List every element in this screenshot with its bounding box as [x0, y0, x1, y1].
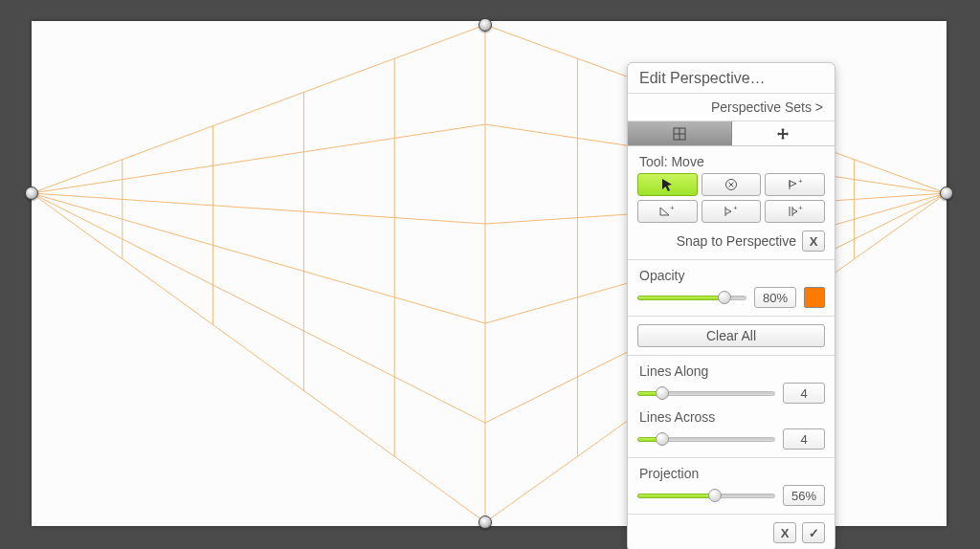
edit-perspective-panel: Edit Perspective… Perspective Sets > Too…: [627, 62, 835, 549]
opacity-label: Opacity: [639, 268, 825, 283]
lines-along-label: Lines Along: [639, 363, 825, 379]
svg-line-7: [32, 193, 485, 323]
svg-line-5: [32, 124, 485, 193]
vp-handle-right[interactable]: [940, 187, 953, 200]
tool-move[interactable]: [637, 173, 698, 196]
flag-h-plus-icon: +: [723, 205, 740, 218]
projection-slider[interactable]: [637, 490, 775, 501]
tool-add-vertical[interactable]: +: [765, 200, 825, 223]
vp-handle-left[interactable]: [25, 187, 38, 200]
opacity-slider[interactable]: [637, 292, 746, 303]
svg-text:+: +: [798, 178, 803, 186]
cursor-icon: [660, 178, 674, 191]
svg-line-3: [32, 25, 485, 193]
panel-title: Edit Perspective…: [628, 63, 835, 94]
snap-label: Snap to Perspective: [677, 233, 796, 249]
flag-plus-icon: +: [787, 178, 804, 191]
clear-all-button[interactable]: Clear All: [637, 324, 825, 347]
vp-handle-top[interactable]: [479, 18, 492, 32]
tool-add-right-plane[interactable]: +: [765, 173, 825, 196]
svg-text:+: +: [733, 205, 738, 212]
lines-along-slider[interactable]: [637, 387, 775, 399]
circle-x-icon: [724, 178, 738, 191]
lines-across-value[interactable]: 4: [783, 428, 825, 450]
tool-add-angle[interactable]: +: [637, 200, 698, 223]
angle-plus-icon: +: [658, 205, 676, 218]
confirm-button[interactable]: ✓: [802, 522, 825, 543]
vp-handle-bottom[interactable]: [479, 516, 492, 529]
snap-toggle[interactable]: X: [802, 231, 825, 252]
tool-delete[interactable]: [702, 173, 762, 196]
projection-value[interactable]: 56%: [783, 485, 825, 506]
svg-line-6: [32, 193, 485, 224]
cancel-button[interactable]: X: [773, 522, 796, 543]
tab-grid[interactable]: [628, 121, 732, 145]
grid-color-swatch[interactable]: [804, 287, 825, 308]
lines-across-slider[interactable]: [637, 433, 775, 445]
opacity-value[interactable]: 80%: [754, 287, 796, 308]
tab-move[interactable]: [732, 121, 835, 145]
flag-v-plus-icon: +: [787, 205, 804, 218]
svg-line-8: [32, 193, 485, 423]
lines-along-value[interactable]: 4: [783, 383, 825, 404]
panel-tabs: [628, 121, 835, 146]
projection-label: Projection: [639, 466, 825, 481]
lines-across-label: Lines Across: [639, 409, 825, 425]
svg-text:+: +: [670, 205, 675, 212]
perspective-sets-link[interactable]: Perspective Sets >: [628, 94, 835, 121]
svg-line-2: [32, 193, 485, 522]
tool-add-horizontal[interactable]: +: [702, 200, 762, 223]
tool-label: Tool: Move: [639, 154, 825, 169]
svg-text:+: +: [798, 205, 803, 212]
